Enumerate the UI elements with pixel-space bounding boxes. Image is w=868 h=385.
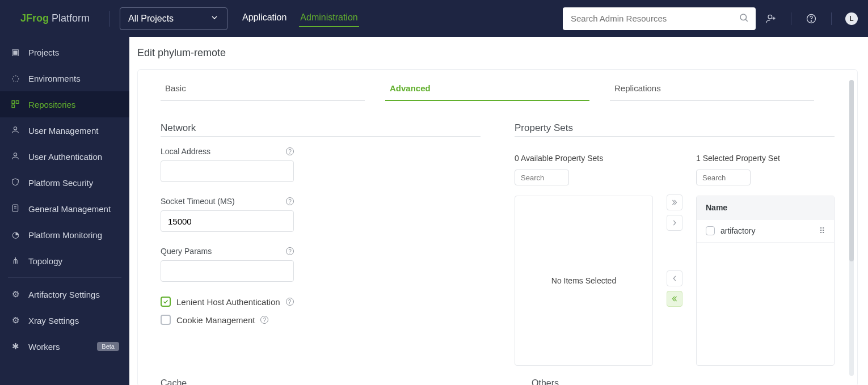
sidebar-item-general-management[interactable]: General Management bbox=[0, 196, 129, 222]
sidebar-item-label: Repositories bbox=[28, 100, 75, 109]
svg-point-2 bbox=[768, 15, 772, 19]
section-others: Others bbox=[532, 378, 559, 385]
selected-search[interactable] bbox=[696, 170, 751, 185]
input-query-params[interactable] bbox=[161, 260, 294, 282]
edit-panel: Basic Advanced Replications Network Loca… bbox=[137, 69, 858, 385]
sidebar-item-label: General Management bbox=[28, 204, 111, 214]
monitoring-icon: ◔ bbox=[10, 230, 20, 240]
tab-advanced[interactable]: Advanced bbox=[385, 83, 589, 101]
checkbox-cookie-management[interactable]: Cookie Management ? bbox=[161, 315, 481, 325]
column-name: Name bbox=[706, 203, 727, 212]
logo-suffix: Platform bbox=[49, 12, 90, 24]
repositories-icon bbox=[10, 99, 20, 110]
move-left-button[interactable] bbox=[667, 270, 682, 286]
field-query-params: Query Params ? bbox=[161, 247, 294, 282]
available-list: No Items Selected bbox=[515, 196, 653, 366]
label-lenient-host: Lenient Host Authentication bbox=[176, 297, 280, 307]
move-all-left-button[interactable] bbox=[667, 291, 682, 307]
sidebar-divider bbox=[8, 277, 121, 278]
checkbox-lenient-host[interactable]: Lenient Host Authentication ? bbox=[161, 297, 481, 307]
svg-point-6 bbox=[811, 20, 811, 21]
help-icon[interactable] bbox=[805, 12, 818, 25]
move-all-right-button[interactable] bbox=[667, 194, 682, 210]
section-network: Network bbox=[161, 122, 481, 137]
topology-icon: ⋔ bbox=[10, 256, 20, 266]
user-authentication-icon bbox=[10, 151, 20, 162]
field-socket-timeout: Socket Timeout (MS) ? bbox=[161, 197, 294, 232]
sidebar-item-platform-monitoring[interactable]: ◔ Platform Monitoring bbox=[0, 222, 129, 248]
header-nav: Application Administration bbox=[241, 10, 359, 27]
available-search[interactable] bbox=[515, 170, 569, 185]
user-avatar[interactable]: L bbox=[845, 12, 858, 25]
label-query-params: Query Params bbox=[161, 247, 212, 256]
svg-point-10 bbox=[14, 126, 16, 129]
header-separator bbox=[109, 11, 109, 27]
environments-icon: ◌ bbox=[10, 73, 20, 83]
selected-title: 1 Selected Property Set bbox=[696, 154, 835, 163]
sidebar-item-label: User Management bbox=[28, 126, 98, 136]
sidebar-item-label: Xray Settings bbox=[28, 316, 79, 325]
gear-icon: ⚙ bbox=[10, 315, 20, 325]
workers-icon: ✱ bbox=[10, 341, 20, 352]
projects-icon: ▣ bbox=[10, 47, 20, 57]
available-property-sets: 0 Available Property Sets No Items Selec… bbox=[515, 154, 653, 366]
header-separator-2 bbox=[791, 12, 791, 25]
sidebar-item-label: Environments bbox=[28, 74, 81, 83]
main-content: Edit phylum-remote Basic Advanced Replic… bbox=[129, 37, 868, 385]
drag-handle-icon[interactable]: ⠿ bbox=[819, 226, 825, 235]
checkbox-icon[interactable] bbox=[706, 226, 715, 235]
nav-application[interactable]: Application bbox=[241, 10, 288, 27]
selected-list: Name artifactory ⠿ bbox=[696, 196, 835, 366]
checkbox-icon bbox=[161, 297, 171, 307]
help-icon[interactable]: ? bbox=[286, 247, 294, 255]
panel-scrollbar[interactable] bbox=[849, 80, 854, 376]
sidebar-item-repositories[interactable]: Repositories bbox=[0, 91, 129, 117]
help-icon[interactable]: ? bbox=[286, 147, 294, 155]
project-selector-label: All Projects bbox=[128, 14, 174, 24]
help-icon[interactable]: ? bbox=[286, 197, 294, 205]
user-management-icon bbox=[10, 125, 20, 136]
admin-search[interactable] bbox=[563, 7, 756, 30]
sidebar-item-label: Topology bbox=[28, 256, 62, 266]
sidebar-item-label: Platform Security bbox=[28, 178, 93, 188]
chevron-down-icon bbox=[210, 13, 219, 24]
tab-replications[interactable]: Replications bbox=[610, 83, 814, 101]
document-icon bbox=[10, 204, 20, 214]
input-socket-timeout[interactable] bbox=[161, 210, 294, 232]
label-local-address: Local Address bbox=[161, 147, 210, 156]
sidebar-item-platform-security[interactable]: Platform Security bbox=[0, 170, 129, 196]
property-set-row[interactable]: artifactory ⠿ bbox=[697, 219, 834, 243]
tab-basic[interactable]: Basic bbox=[161, 83, 365, 101]
move-right-button[interactable] bbox=[667, 215, 682, 231]
section-cache: Cache bbox=[161, 378, 187, 385]
admin-search-input[interactable] bbox=[570, 13, 739, 24]
input-local-address[interactable] bbox=[161, 160, 294, 182]
nav-administration[interactable]: Administration bbox=[299, 10, 359, 27]
svg-rect-7 bbox=[12, 100, 15, 103]
scrollbar-handle[interactable] bbox=[849, 80, 854, 261]
sidebar-item-user-authentication[interactable]: User Authentication bbox=[0, 143, 129, 170]
sidebar-item-user-management[interactable]: User Management bbox=[0, 117, 129, 143]
shield-icon bbox=[10, 177, 20, 188]
project-selector[interactable]: All Projects bbox=[120, 7, 227, 30]
search-icon bbox=[739, 12, 749, 25]
help-icon[interactable]: ? bbox=[286, 298, 294, 306]
tab-row: Basic Advanced Replications bbox=[161, 83, 835, 101]
svg-rect-8 bbox=[16, 100, 19, 103]
help-icon[interactable]: ? bbox=[260, 316, 268, 324]
page-title: Edit phylum-remote bbox=[129, 37, 868, 69]
sidebar-item-artifactory-settings[interactable]: ⚙ Artifactory Settings bbox=[0, 281, 129, 307]
sidebar-item-projects[interactable]: ▣ Projects bbox=[0, 39, 129, 65]
svg-rect-9 bbox=[12, 105, 15, 108]
section-property-sets: Property Sets bbox=[515, 122, 835, 137]
property-set-name: artifactory bbox=[720, 226, 755, 235]
sidebar-item-xray-settings[interactable]: ⚙ Xray Settings bbox=[0, 307, 129, 333]
svg-line-1 bbox=[745, 19, 747, 21]
selected-property-sets: 1 Selected Property Set Name bbox=[696, 154, 835, 366]
sidebar: ▣ Projects ◌ Environments Repositories U… bbox=[0, 37, 129, 385]
add-user-icon[interactable] bbox=[765, 12, 777, 25]
field-local-address: Local Address ? bbox=[161, 147, 294, 182]
sidebar-item-workers[interactable]: ✱ Workers Beta bbox=[0, 333, 129, 359]
sidebar-item-topology[interactable]: ⋔ Topology bbox=[0, 248, 129, 274]
sidebar-item-environments[interactable]: ◌ Environments bbox=[0, 65, 129, 91]
